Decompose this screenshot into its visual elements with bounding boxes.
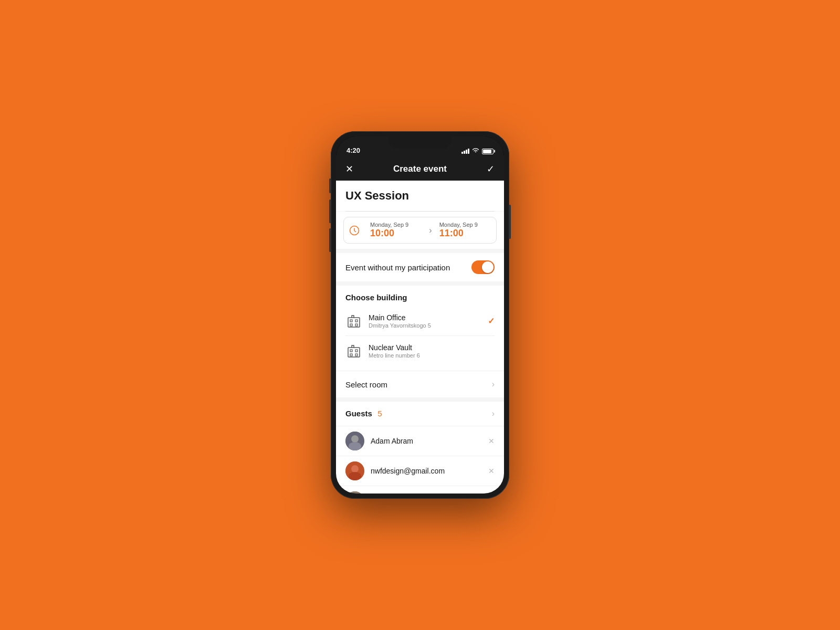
guests-header-row[interactable]: Guests 5 › bbox=[336, 397, 504, 426]
remove-guest-adam[interactable]: ✕ bbox=[488, 437, 495, 445]
svg-rect-4 bbox=[350, 324, 352, 326]
building-item-main[interactable]: Main Office Dmitrya Yavornitskogo 5 ✓ bbox=[345, 308, 495, 333]
building-info-nuclear: Nuclear Vault Metro line number 6 bbox=[369, 343, 495, 359]
gap-1 bbox=[336, 249, 504, 253]
avatar-nwf bbox=[345, 461, 364, 480]
participation-toggle[interactable] bbox=[471, 260, 495, 274]
datetime-section: Monday, Sep 9 10:00 › Monday, Sep 9 11:0… bbox=[336, 212, 504, 249]
wifi-icon bbox=[472, 148, 479, 154]
content-area: Monday, Sep 9 10:00 › Monday, Sep 9 11:0… bbox=[336, 181, 504, 494]
guests-header: Guests 5 bbox=[345, 409, 382, 418]
guest-item-nwf[interactable]: nwfdesign@gmail.com ✕ bbox=[336, 456, 504, 486]
close-button[interactable]: ✕ bbox=[345, 163, 353, 175]
building-icon-main bbox=[345, 312, 362, 329]
building-address-nuclear: Metro line number 6 bbox=[369, 352, 495, 359]
svg-rect-2 bbox=[350, 320, 352, 322]
svg-rect-9 bbox=[350, 354, 352, 356]
avatar-bella bbox=[345, 491, 364, 494]
battery-icon bbox=[482, 149, 494, 154]
svg-point-15 bbox=[351, 465, 359, 472]
arrow-icon: › bbox=[427, 226, 434, 235]
guests-count: 5 bbox=[377, 409, 382, 418]
building-info-main: Main Office Dmitrya Yavornitskogo 5 bbox=[369, 313, 488, 329]
top-nav: ✕ Create event ✓ bbox=[336, 158, 504, 181]
volume-down-button bbox=[329, 228, 331, 252]
event-title-input[interactable] bbox=[345, 189, 495, 203]
chevron-right-icon: › bbox=[492, 380, 495, 389]
guests-chevron-icon: › bbox=[492, 409, 495, 418]
guests-label: Guests bbox=[345, 409, 372, 418]
start-date-label: Monday, Sep 9 bbox=[370, 222, 422, 228]
building-name-nuclear: Nuclear Vault bbox=[369, 343, 495, 352]
svg-rect-6 bbox=[348, 348, 360, 357]
notch bbox=[388, 136, 452, 148]
gap-2 bbox=[336, 281, 504, 286]
status-time: 4:20 bbox=[346, 146, 360, 154]
building-section: Choose building Main bbox=[336, 286, 504, 371]
toggle-label: Event without my participation bbox=[345, 263, 450, 272]
svg-rect-1 bbox=[348, 318, 360, 327]
select-room-label: Select room bbox=[345, 380, 387, 389]
status-icons bbox=[461, 148, 494, 154]
event-title-section bbox=[336, 181, 504, 211]
svg-rect-3 bbox=[355, 320, 358, 322]
avatar-adam bbox=[345, 432, 364, 450]
svg-rect-5 bbox=[355, 324, 358, 326]
guest-item-bella[interactable]: Bella Bruger ✕ bbox=[336, 486, 504, 494]
datetime-end[interactable]: Monday, Sep 9 11:00 bbox=[434, 217, 496, 243]
building-item-nuclear[interactable]: Nuclear Vault Metro line number 6 bbox=[345, 338, 495, 363]
clock-icon bbox=[344, 220, 365, 241]
guest-name-adam: Adam Abram bbox=[371, 437, 488, 445]
building-address-main: Dmitrya Yavornitskogo 5 bbox=[369, 322, 488, 329]
building-section-title: Choose building bbox=[345, 293, 495, 302]
guest-name-nwf: nwfdesign@gmail.com bbox=[371, 467, 488, 475]
page-title: Create event bbox=[393, 164, 447, 174]
end-date-label: Monday, Sep 9 bbox=[439, 222, 491, 228]
start-time-label: 10:00 bbox=[370, 228, 422, 239]
volume-up-button bbox=[329, 200, 331, 223]
select-room-row[interactable]: Select room › bbox=[336, 371, 504, 397]
svg-point-12 bbox=[351, 435, 359, 443]
end-time-label: 11:00 bbox=[439, 228, 491, 239]
phone-inner: 4:20 bbox=[336, 136, 504, 494]
volume-silent-button bbox=[329, 178, 331, 193]
svg-point-16 bbox=[349, 472, 361, 480]
svg-rect-8 bbox=[355, 350, 358, 352]
svg-point-17 bbox=[345, 491, 364, 494]
svg-rect-10 bbox=[355, 354, 358, 356]
datetime-start[interactable]: Monday, Sep 9 10:00 bbox=[365, 217, 427, 243]
building-selected-check: ✓ bbox=[488, 316, 495, 326]
building-name-main: Main Office bbox=[369, 313, 488, 322]
power-button bbox=[509, 205, 511, 239]
datetime-row: Monday, Sep 9 10:00 › Monday, Sep 9 11:0… bbox=[343, 217, 497, 244]
phone-outer: 4:20 bbox=[331, 131, 509, 499]
svg-point-13 bbox=[349, 442, 361, 450]
guest-item-adam[interactable]: Adam Abram ✕ bbox=[336, 426, 504, 456]
confirm-button[interactable]: ✓ bbox=[487, 163, 495, 175]
remove-guest-nwf[interactable]: ✕ bbox=[488, 467, 495, 475]
toggle-row: Event without my participation bbox=[336, 253, 504, 281]
signal-icon bbox=[461, 149, 469, 154]
building-divider bbox=[345, 335, 495, 336]
toggle-knob bbox=[482, 261, 494, 273]
building-icon-nuclear bbox=[345, 342, 362, 359]
svg-rect-7 bbox=[350, 350, 352, 352]
